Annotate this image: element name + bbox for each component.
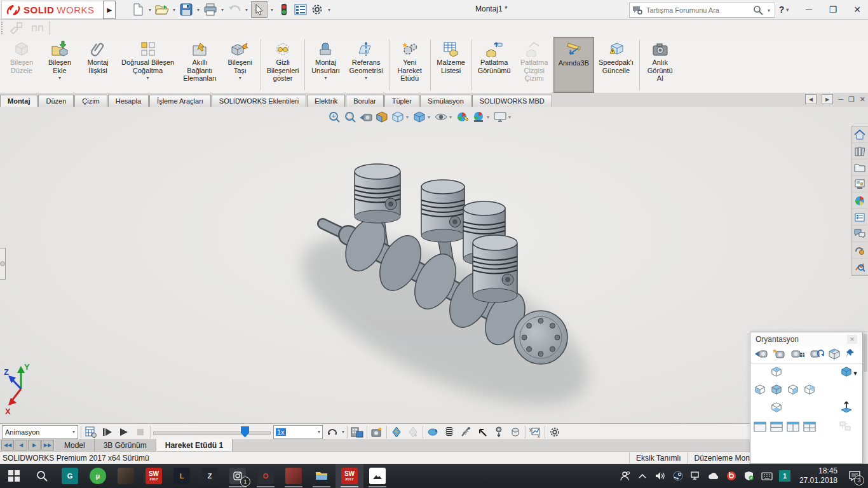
tab-duzen[interactable]: Düzen bbox=[38, 95, 74, 107]
taskbar-solidworks-active[interactable]: SW2017 bbox=[336, 464, 363, 488]
save-animation-button[interactable] bbox=[350, 425, 364, 439]
ribbon-mate[interactable]: Montaj İlişkisi bbox=[79, 37, 117, 93]
doc-minimize-button[interactable]: ─ bbox=[838, 95, 843, 103]
open-document-button[interactable] bbox=[154, 2, 170, 17]
ribbon-take-snapshot[interactable]: Anlık Görüntü Al bbox=[641, 37, 679, 93]
ribbon-show-hidden-components[interactable]: Gizli Bileşenleri göster bbox=[262, 37, 304, 93]
taskbar-utorrent[interactable]: µ bbox=[84, 464, 112, 488]
tab-elektrik[interactable]: Elektrik bbox=[307, 95, 345, 107]
motor-button[interactable] bbox=[390, 425, 403, 439]
tab-first-button[interactable]: ◀◀ bbox=[1, 440, 14, 451]
taskbar-game-avatar[interactable] bbox=[112, 464, 140, 488]
ribbon-assembly-features[interactable]: Montaj Unsurları ▾ bbox=[306, 37, 344, 93]
new-view-camera-icon[interactable] bbox=[772, 348, 786, 360]
ribbon-smart-fasteners[interactable]: Akıllı Bağlantı Elemanları bbox=[179, 37, 221, 93]
view-right-button[interactable] bbox=[803, 383, 817, 396]
volume-tray-icon[interactable] bbox=[652, 464, 668, 488]
viewport-two-horizontal-button[interactable] bbox=[770, 419, 783, 433]
taskbar-gom-player[interactable]: G bbox=[56, 464, 84, 488]
logo-expand-button[interactable]: ▶ bbox=[103, 1, 116, 19]
damper-icon[interactable] bbox=[459, 425, 473, 439]
appearances-scenes-icon[interactable] bbox=[852, 193, 867, 209]
viewport-two-vertical-button[interactable] bbox=[786, 419, 800, 433]
hidden-icons-chevron[interactable] bbox=[634, 464, 651, 488]
force-arrow-icon[interactable] bbox=[475, 425, 489, 439]
save-caret[interactable]: ▾ bbox=[195, 7, 201, 13]
steam-tray-icon[interactable] bbox=[670, 464, 686, 488]
view-settings-icon[interactable] bbox=[492, 109, 508, 125]
ribbon-update-speedpak[interactable]: Speedpak'ı Güncelle bbox=[594, 37, 638, 93]
file-explorer-icon[interactable] bbox=[852, 159, 867, 176]
view-orientation-icon[interactable] bbox=[412, 109, 427, 125]
search-icon[interactable] bbox=[753, 5, 763, 15]
view-top-button[interactable] bbox=[770, 365, 783, 379]
ribbon-exploded-view[interactable]: Patlatma Görünümü bbox=[473, 37, 515, 93]
gravity-icon[interactable] bbox=[492, 425, 506, 439]
ribbon-move-component[interactable]: Bileşeni Taşı ▾ bbox=[221, 37, 259, 93]
spring-icon[interactable] bbox=[442, 425, 456, 439]
study-type-select[interactable]: Animasyon ▾ bbox=[2, 425, 78, 439]
isometric-caret[interactable]: ▾ bbox=[852, 366, 858, 380]
reset-standard-views-icon[interactable] bbox=[809, 348, 824, 360]
play-button[interactable] bbox=[117, 425, 131, 439]
slider-thumb[interactable] bbox=[241, 426, 249, 438]
toolbar-grip[interactable] bbox=[1, 22, 6, 34]
view-isometric-button[interactable] bbox=[839, 365, 853, 379]
print-caret[interactable]: ▾ bbox=[219, 7, 226, 13]
doc-tab-motion-study[interactable]: Hareket Etüdü 1 bbox=[156, 439, 233, 451]
tab-solidworks-mbd[interactable]: SOLIDWORKS MBD bbox=[472, 95, 552, 107]
doc-tab-3d-view[interactable]: 3B Görünüm bbox=[95, 439, 156, 451]
dropdown-caret[interactable]: ▾ bbox=[324, 75, 327, 81]
edit-appearance-icon[interactable] bbox=[455, 109, 470, 125]
hide-show-items-icon[interactable] bbox=[433, 109, 449, 125]
dropdown-caret[interactable]: ▾ bbox=[147, 75, 149, 81]
display-style-icon[interactable] bbox=[390, 109, 405, 125]
beats-audio-tray-icon[interactable] bbox=[723, 464, 740, 488]
forum-search-box[interactable]: ▾ bbox=[629, 3, 775, 18]
ribbon-linear-pattern[interactable]: Doğrusal Bileşen Çoğaltma ▾ bbox=[117, 37, 179, 93]
apply-scene-icon[interactable] bbox=[471, 109, 486, 125]
up-axis-button[interactable] bbox=[839, 400, 853, 414]
view-palette-icon[interactable] bbox=[852, 176, 867, 193]
pane-left-button[interactable]: ◀ bbox=[805, 94, 817, 104]
splitter-handle[interactable] bbox=[0, 261, 5, 266]
view-bottom-button[interactable] bbox=[770, 400, 783, 414]
tab-cizim[interactable]: Çizim bbox=[74, 95, 107, 107]
solidworks-forum-icon[interactable] bbox=[852, 226, 867, 242]
view-front-button[interactable] bbox=[753, 383, 767, 396]
graphics-viewport[interactable]: Y Z X ▾ ▾ ▾ ▾ ▾ bbox=[0, 107, 868, 423]
options-caret[interactable]: ▾ bbox=[326, 7, 332, 13]
taskbar-media-avatar[interactable] bbox=[280, 464, 308, 488]
options-gear-button[interactable] bbox=[309, 2, 325, 17]
tab-solidworks-eklentileri[interactable]: SOLIDWORKS Eklentileri bbox=[212, 95, 306, 107]
dropdown-caret[interactable]: ▾ bbox=[365, 75, 367, 81]
ribbon-insert-component[interactable]: Bileşen Ekle ▾ bbox=[41, 37, 79, 93]
new-document-button[interactable] bbox=[130, 2, 146, 17]
calculate-button[interactable] bbox=[84, 425, 98, 439]
save-button[interactable] bbox=[179, 2, 194, 17]
ribbon-new-motion-study[interactable]: Yeni Hareket Etüdü bbox=[391, 37, 429, 93]
zoom-fit-icon[interactable] bbox=[327, 109, 342, 125]
start-button[interactable] bbox=[0, 464, 28, 488]
display-style-caret[interactable]: ▾ bbox=[406, 114, 411, 120]
toolbox-pane-icon[interactable] bbox=[852, 242, 867, 259]
engine-crankshaft-model[interactable]: Y Z X bbox=[0, 107, 868, 423]
timeline-slider[interactable] bbox=[153, 426, 271, 438]
tab-montaj[interactable]: Montaj bbox=[0, 95, 37, 107]
previous-view-icon[interactable] bbox=[358, 109, 374, 125]
scrollbar-thumb[interactable] bbox=[864, 334, 867, 372]
tab-prev-button[interactable]: ◀ bbox=[15, 440, 27, 451]
previous-view-camera-icon[interactable] bbox=[754, 348, 768, 360]
viewport-single-button[interactable] bbox=[753, 419, 767, 433]
tab-borular[interactable]: Borular bbox=[346, 95, 383, 107]
search-input[interactable] bbox=[645, 6, 750, 15]
view-selector-cube-icon[interactable] bbox=[828, 348, 841, 360]
view-orientation-caret[interactable]: ▾ bbox=[428, 114, 433, 120]
view-back-button[interactable] bbox=[770, 383, 783, 396]
taskbar-zula[interactable]: Z bbox=[196, 464, 224, 488]
doc-tab-model[interactable]: Model bbox=[55, 439, 95, 451]
taskbar-opera[interactable]: O bbox=[252, 464, 280, 488]
update-standard-views-icon[interactable] bbox=[790, 348, 805, 360]
taskbar-photos[interactable] bbox=[363, 464, 391, 488]
search-caret[interactable]: ▾ bbox=[766, 8, 772, 13]
